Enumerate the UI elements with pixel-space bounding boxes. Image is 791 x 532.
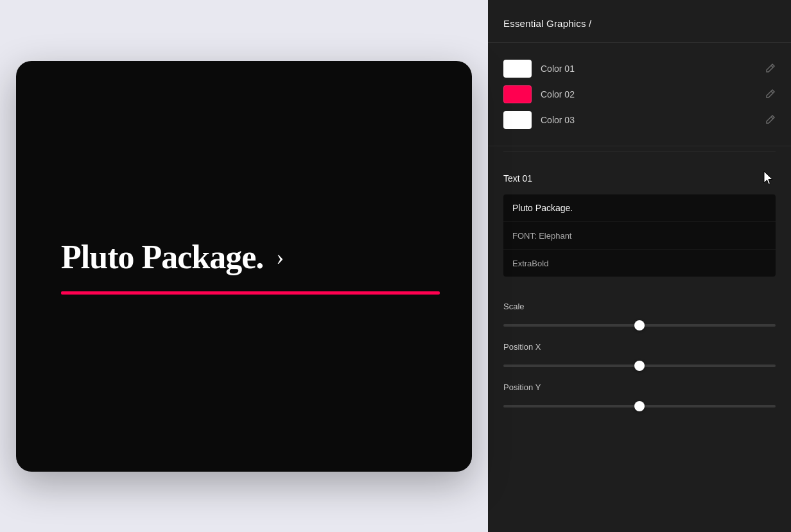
position-x-slider-group: Position X xyxy=(503,342,776,370)
color-swatch-01[interactable] xyxy=(503,60,532,78)
color-edit-icon-03[interactable] xyxy=(765,114,776,126)
preview-text: Pluto Package. › xyxy=(61,238,283,276)
text-value-row[interactable]: Pluto Package. xyxy=(503,194,776,222)
text-weight-display: ExtraBold xyxy=(512,259,548,268)
color-row-03: Color 03 xyxy=(503,107,776,133)
sliders-section: Scale Position X Position Y xyxy=(488,291,791,433)
text-section-header: Text 01 xyxy=(503,170,776,187)
color-left-01: Color 01 xyxy=(503,60,575,78)
preview-area: Pluto Package. › xyxy=(0,0,488,532)
panel-header: Essential Graphics / xyxy=(488,0,791,43)
scale-slider[interactable] xyxy=(503,324,776,327)
text-section-title: Text 01 xyxy=(503,173,532,184)
preview-line xyxy=(61,291,440,295)
text-weight-row[interactable]: ExtraBold xyxy=(503,250,776,277)
position-y-slider[interactable] xyxy=(503,405,776,408)
scale-label: Scale xyxy=(503,302,776,311)
color-left-02: Color 02 xyxy=(503,85,575,103)
color-edit-icon-01[interactable] xyxy=(765,63,776,75)
preview-card: Pluto Package. › xyxy=(16,61,472,472)
text-section: Text 01 Pluto Package. FONT: Elephant Ex… xyxy=(488,157,791,291)
color-swatch-03[interactable] xyxy=(503,111,532,129)
text-input-block: Pluto Package. FONT: Elephant ExtraBold xyxy=(503,194,776,277)
cursor-icon xyxy=(761,170,776,187)
color-row-02: Color 02 xyxy=(503,82,776,107)
color-label-03: Color 03 xyxy=(541,115,575,125)
colors-section: Color 01 Color 02 xyxy=(488,43,791,146)
panel-title: Essential Graphics / xyxy=(503,18,591,29)
preview-main-text: Pluto Package. xyxy=(61,238,263,276)
position-x-slider[interactable] xyxy=(503,365,776,367)
position-y-slider-group: Position Y xyxy=(503,382,776,410)
text-font-row[interactable]: FONT: Elephant xyxy=(503,222,776,250)
text-font-display: FONT: Elephant xyxy=(512,231,572,241)
section-divider xyxy=(503,151,776,152)
scale-slider-group: Scale xyxy=(503,302,776,329)
color-label-01: Color 01 xyxy=(541,64,575,74)
position-x-label: Position X xyxy=(503,342,776,352)
controls-panel: Essential Graphics / Color 01 Color 02 xyxy=(488,0,791,532)
position-y-label: Position Y xyxy=(503,382,776,392)
text-value-display: Pluto Package. xyxy=(512,203,573,213)
color-row-01: Color 01 xyxy=(503,56,776,82)
preview-arrow: › xyxy=(276,243,283,270)
color-label-02: Color 02 xyxy=(541,89,575,99)
color-edit-icon-02[interactable] xyxy=(765,89,776,101)
color-swatch-02[interactable] xyxy=(503,85,532,103)
color-left-03: Color 03 xyxy=(503,111,575,129)
